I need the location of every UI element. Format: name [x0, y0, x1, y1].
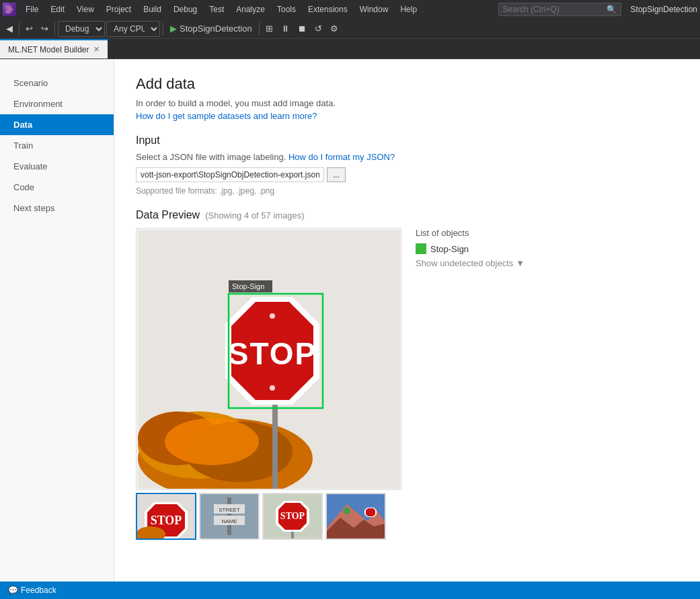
svg-marker-38	[366, 508, 375, 516]
sidebar-item-train[interactable]: Train	[0, 135, 114, 156]
svg-text:STOP: STOP	[280, 511, 305, 521]
stop-sign-label: Stop-Sign	[430, 244, 469, 254]
tab-label: ML.NET Model Builder	[8, 45, 89, 54]
input-description: Select a JSON file with image labeling. …	[136, 152, 678, 162]
menu-build[interactable]: Build	[138, 3, 167, 15]
toolbar-undo[interactable]: ↩	[22, 21, 36, 37]
main-image-container[interactable]: STOP Stop-Sign	[136, 228, 401, 490]
file-formats-text: Supported file formats: .jpg, .jpeg, .pn…	[136, 186, 678, 196]
toolbar-extra4[interactable]: ↺	[311, 21, 325, 37]
sep1	[19, 22, 20, 36]
preview-area: STOP Stop-Sign	[136, 228, 678, 540]
browse-button[interactable]: ...	[327, 167, 346, 182]
data-preview-header: Data Preview (Showing 4 of 57 images)	[136, 209, 678, 221]
format-link[interactable]: How do I format my JSON?	[288, 152, 395, 162]
sidebar-item-evaluate[interactable]: Evaluate	[0, 156, 114, 177]
stop-sign-svg: STOP Stop-Sign	[138, 230, 400, 489]
preview-count: (Showing 4 of 57 images)	[205, 210, 304, 221]
page-title: Add data	[136, 75, 678, 93]
svg-text:STREET: STREET	[219, 507, 240, 513]
chevron-down-icon: ▼	[516, 258, 524, 268]
feedback-label: Feedback	[21, 586, 56, 595]
thumbnail-strip: STOP STREET NAME	[136, 493, 405, 540]
menu-analyze[interactable]: Analyze	[231, 3, 270, 15]
thumbnail-2[interactable]: STREET NAME	[199, 493, 260, 540]
app-title: StopSignDetection	[631, 5, 697, 14]
menu-tools[interactable]: Tools	[272, 3, 301, 15]
svg-point-7	[165, 418, 259, 465]
feedback-icon: 💬	[8, 586, 18, 595]
toolbar-extra1[interactable]: ⊞	[262, 21, 276, 37]
toolbar-back[interactable]: ◀	[3, 21, 16, 37]
preview-title: Data Preview	[136, 209, 200, 221]
toolbar: ◀ ↩ ↪ Debug Any CPU ▶ StopSignDetection …	[0, 19, 700, 39]
legend-title: List of objects	[416, 228, 678, 238]
menu-help[interactable]: Help	[395, 3, 422, 15]
file-path-input[interactable]	[136, 167, 324, 182]
sidebar-item-scenario[interactable]: Scenario	[0, 73, 114, 93]
menu-edit[interactable]: Edit	[45, 3, 70, 15]
show-undetected-label: Show undetected objects	[416, 258, 513, 268]
sidebar-item-next-steps[interactable]: Next steps	[0, 198, 114, 218]
vs-logo	[3, 3, 16, 16]
search-box[interactable]: 🔍	[498, 3, 621, 16]
svg-text:NAME: NAME	[221, 518, 237, 524]
menu-test[interactable]: Test	[204, 3, 229, 15]
thumbnail-4[interactable]	[325, 493, 386, 540]
toolbar-extra2[interactable]: ⏸	[278, 21, 293, 37]
legend-item-stop-sign: Stop-Sign	[416, 243, 678, 254]
cpu-select[interactable]: Any CPU	[106, 21, 160, 37]
menu-project[interactable]: Project	[101, 3, 137, 15]
main-content: Scenario Environment Data Train Evaluate…	[0, 59, 700, 582]
image-viewer: STOP Stop-Sign	[136, 228, 405, 540]
sep4	[259, 22, 260, 36]
svg-point-13	[270, 385, 275, 391]
sidebar-item-code[interactable]: Code	[0, 177, 114, 198]
feedback-button[interactable]: 💬 Feedback	[8, 586, 56, 595]
legend-panel: List of objects Stop-Sign Show undetecte…	[416, 228, 678, 540]
content-area: Add data In order to build a model, you …	[114, 59, 700, 582]
menu-debug[interactable]: Debug	[168, 3, 202, 15]
learn-more-link[interactable]: How do I get sample datasets and learn m…	[136, 111, 317, 121]
sep2	[54, 22, 55, 36]
toolbar-redo[interactable]: ↪	[38, 21, 52, 37]
search-input[interactable]	[503, 5, 604, 14]
run-button[interactable]: ▶ StopSignDetection	[166, 22, 256, 35]
subtitle-text: In order to build a model, you must add …	[136, 98, 678, 108]
run-label: StopSignDetection	[180, 24, 252, 34]
svg-point-12	[270, 313, 275, 319]
svg-point-36	[344, 508, 350, 514]
menu-view[interactable]: View	[71, 3, 100, 15]
menu-window[interactable]: Window	[354, 3, 394, 15]
svg-text:Stop-Sign: Stop-Sign	[232, 282, 264, 290]
thumbnail-3[interactable]: STOP	[262, 493, 323, 540]
footer: 💬 Feedback	[0, 582, 700, 599]
toolbar-extra3[interactable]: ⏹	[295, 21, 310, 37]
svg-rect-8	[272, 398, 278, 489]
menu-file[interactable]: File	[20, 3, 44, 15]
toolbar-extra5[interactable]: ⚙	[327, 21, 342, 37]
svg-text:STOP: STOP	[151, 514, 182, 527]
search-icon: 🔍	[607, 5, 617, 14]
menu-extensions[interactable]: Extensions	[303, 3, 353, 15]
thumbnail-1[interactable]: STOP	[136, 493, 196, 540]
svg-rect-32	[291, 532, 294, 538]
input-section-title: Input	[136, 134, 678, 147]
sidebar: Scenario Environment Data Train Evaluate…	[0, 59, 114, 582]
tab-bar: ML.NET Model Builder ✕	[0, 39, 700, 59]
debug-select[interactable]: Debug	[58, 21, 105, 37]
sidebar-item-data[interactable]: Data	[0, 114, 114, 135]
svg-text:STOP: STOP	[227, 336, 316, 371]
tab-close-icon[interactable]: ✕	[93, 45, 100, 54]
stop-sign-color-swatch	[416, 243, 426, 254]
file-input-row: ...	[136, 167, 678, 182]
show-undetected-toggle[interactable]: Show undetected objects ▼	[416, 258, 678, 268]
play-icon: ▶	[170, 24, 177, 34]
sidebar-item-environment[interactable]: Environment	[0, 93, 114, 114]
menu-bar: File Edit View Project Build Debug Test …	[0, 0, 700, 19]
sep3	[163, 22, 163, 36]
tab-model-builder[interactable]: ML.NET Model Builder ✕	[0, 39, 108, 58]
